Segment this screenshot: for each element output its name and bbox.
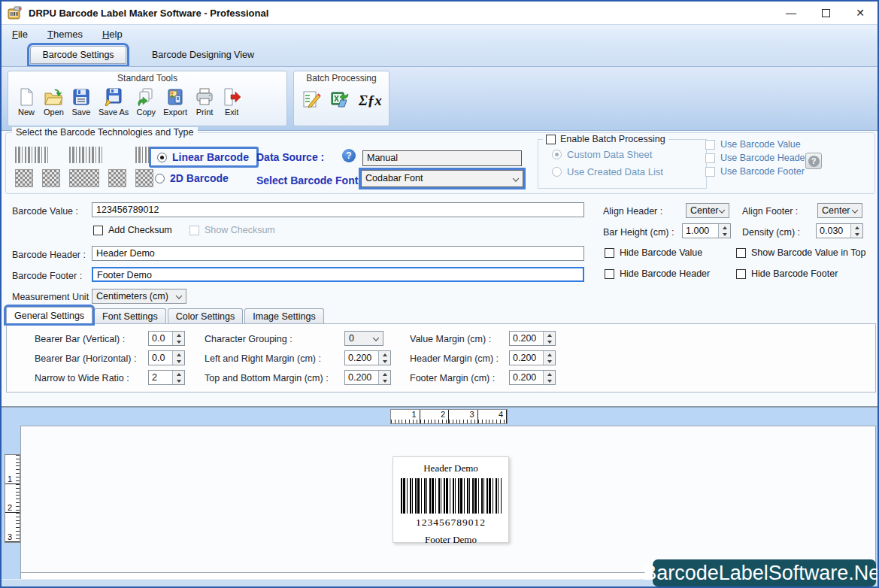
- hide-barcode-header-checkbox[interactable]: Hide Barcode Header: [605, 268, 710, 279]
- save-as-button[interactable]: Save As: [96, 86, 131, 117]
- exit-button[interactable]: Exit: [220, 86, 244, 117]
- checkbox-box: [705, 167, 715, 177]
- enable-batch-processing-checkbox[interactable]: Enable Batch Processing: [543, 134, 668, 144]
- 2d-barcode-sample-icon[interactable]: [108, 169, 126, 187]
- menu-file[interactable]: File: [12, 29, 28, 40]
- app-logo-icon: [8, 6, 23, 20]
- new-button[interactable]: New: [14, 86, 38, 117]
- main-tab-row: Barcode Settings Barcode Designing View: [2, 43, 877, 66]
- checkbox-box: [93, 226, 103, 235]
- minimize-button[interactable]: —: [774, 2, 808, 24]
- linear-barcode-sample-icon[interactable]: [15, 147, 48, 163]
- maximize-button[interactable]: [808, 2, 843, 24]
- barcode-label-preview[interactable]: Header Demo 123456789012 Footer Demo: [393, 456, 509, 543]
- settings-subtabs: General Settings Font Settings Color Set…: [6, 307, 326, 323]
- 2d-barcode-sample-icon[interactable]: [42, 169, 60, 187]
- tab-barcode-settings[interactable]: Barcode Settings: [30, 46, 126, 64]
- align-header-select[interactable]: Center: [686, 203, 729, 218]
- checkbox-box: [736, 269, 746, 279]
- value-margin-spinner[interactable]: 0.200: [509, 331, 556, 346]
- spinner-arrows[interactable]: [543, 351, 555, 365]
- general-settings-panel: Bearer Bar (Vertical) : 0.0 Character Gr…: [6, 323, 876, 393]
- use-created-data-list-radio[interactable]: Use Created Data List: [552, 166, 706, 177]
- tab-general-settings[interactable]: General Settings: [6, 307, 92, 323]
- menu-themes[interactable]: Themes: [47, 29, 83, 40]
- show-barcode-value-in-top-checkbox[interactable]: Show Barcode Value in Top: [736, 247, 865, 258]
- spinner-arrows[interactable]: [172, 332, 184, 345]
- barcode-value-input[interactable]: 123456789012: [92, 202, 584, 217]
- linear-barcode-sample-icon[interactable]: [69, 147, 102, 163]
- barcode-footer-input[interactable]: Footer Demo: [92, 267, 584, 282]
- app-window: DRPU Barcode Label Maker Software - Prof…: [0, 0, 879, 588]
- hide-barcode-value-checkbox[interactable]: Hide Barcode Value: [605, 247, 702, 258]
- save-floppy-icon: [71, 87, 91, 107]
- chevron-down-icon: [719, 207, 725, 213]
- bearer-bar-vertical-label: Bearer Bar (Vertical) :: [35, 334, 125, 344]
- tab-font-settings[interactable]: Font Settings: [94, 308, 166, 323]
- narrow-wide-ratio-label: Narrow to Wide Ratio :: [35, 373, 129, 383]
- close-button[interactable]: ✕: [843, 2, 877, 24]
- 2d-barcode-radio[interactable]: 2D Barcode: [155, 172, 229, 184]
- 2d-barcode-sample-icon[interactable]: [69, 169, 99, 187]
- export-image-icon: [165, 87, 185, 107]
- edit-datasheet-button[interactable]: [302, 89, 321, 112]
- bearer-bar-horizontal-spinner[interactable]: 0.0: [148, 350, 185, 365]
- character-grouping-select[interactable]: 0: [344, 331, 383, 346]
- edit-datasheet-icon: [302, 89, 321, 109]
- hide-barcode-footer-checkbox[interactable]: Hide Barcode Footer: [736, 268, 838, 279]
- copy-button[interactable]: Copy: [134, 86, 158, 117]
- tab-color-settings[interactable]: Color Settings: [168, 308, 244, 323]
- print-button[interactable]: Print: [192, 86, 217, 117]
- character-grouping-label: Character Grouping :: [205, 334, 292, 344]
- barcode-header-input[interactable]: Header Demo: [92, 246, 584, 261]
- tab-barcode-designing-view[interactable]: Barcode Designing View: [144, 46, 262, 64]
- spinner-arrows[interactable]: [543, 371, 555, 384]
- barcode-font-select[interactable]: Codabar Font: [361, 170, 523, 187]
- save-as-floppy-icon: [104, 87, 123, 107]
- add-checksum-checkbox[interactable]: Add Checksum: [93, 225, 172, 235]
- measurement-unit-select[interactable]: Centimeters (cm): [92, 289, 186, 304]
- left-right-margin-spinner[interactable]: 0.200: [344, 350, 391, 365]
- top-bottom-margin-spinner[interactable]: 0.200: [344, 370, 391, 385]
- radio-dot: [157, 153, 167, 162]
- save-button[interactable]: Save: [69, 86, 93, 117]
- footer-margin-label: Footer Margin (cm) :: [410, 373, 495, 383]
- preview-area: 1 2 3 4 1 2 3 Header Demo 123456789012 F…: [2, 406, 877, 588]
- spinner-arrows[interactable]: [718, 224, 730, 238]
- bearer-bar-vertical-spinner[interactable]: 0.0: [148, 331, 185, 346]
- barcode-footer-label: Barcode Footer :: [12, 271, 82, 281]
- batch-help-icon[interactable]: ?: [805, 153, 822, 169]
- import-excel-button[interactable]: [330, 89, 350, 112]
- show-checksum-checkbox[interactable]: Show Checksum: [189, 225, 275, 235]
- spinner-arrows[interactable]: [172, 351, 184, 365]
- open-button[interactable]: Open: [41, 86, 66, 117]
- formula-button[interactable]: Σƒx: [359, 92, 382, 109]
- menu-help[interactable]: Help: [102, 29, 123, 40]
- checkbox-box: [189, 226, 199, 235]
- barcode-footer-text: Footer Demo: [393, 534, 508, 546]
- 2d-barcode-sample-icon[interactable]: [15, 169, 33, 187]
- spinner-arrows[interactable]: [850, 224, 862, 238]
- barcode-bars: [401, 478, 502, 514]
- spinner-arrows[interactable]: [378, 371, 390, 384]
- custom-data-sheet-radio[interactable]: Custom Data Sheet: [552, 149, 706, 160]
- spinner-arrows[interactable]: [172, 371, 184, 384]
- linear-barcode-radio[interactable]: Linear Barcode: [149, 147, 259, 168]
- spinner-arrows[interactable]: [378, 351, 390, 365]
- align-footer-select[interactable]: Center: [817, 203, 862, 218]
- footer-margin-spinner[interactable]: 0.200: [509, 370, 556, 385]
- use-barcode-value-checkbox[interactable]: Use Barcode Value: [705, 139, 833, 150]
- 2d-barcode-sample-icon[interactable]: [135, 169, 153, 187]
- header-margin-spinner[interactable]: 0.200: [509, 350, 556, 365]
- import-excel-icon: [330, 89, 350, 109]
- tab-image-settings[interactable]: Image Settings: [244, 308, 323, 323]
- bar-height-spinner[interactable]: 1.000: [682, 223, 731, 238]
- data-source-input[interactable]: Manual: [362, 150, 522, 166]
- narrow-wide-ratio-spinner[interactable]: 2: [148, 370, 185, 385]
- spinner-arrows[interactable]: [543, 332, 555, 345]
- standard-tools-group: Standard Tools New Open Save Save As: [8, 71, 287, 126]
- export-button[interactable]: Export: [161, 86, 189, 117]
- data-source-help-icon[interactable]: ?: [342, 149, 356, 162]
- density-spinner[interactable]: 0.030: [816, 223, 863, 238]
- horizontal-ruler: 1 2 3 4: [390, 409, 508, 424]
